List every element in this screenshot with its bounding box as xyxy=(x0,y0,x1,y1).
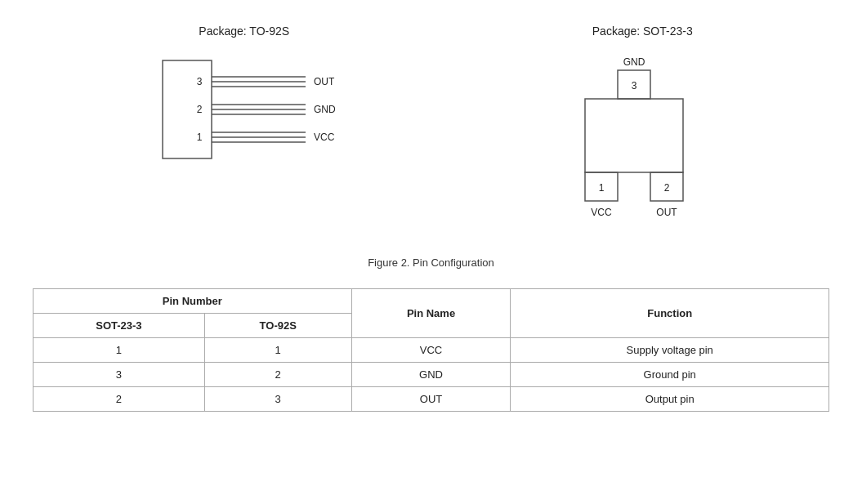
table-row: 11VCCSupply voltage pin xyxy=(33,338,829,363)
cell-to92s: 1 xyxy=(204,338,351,363)
cell-to92s: 2 xyxy=(204,363,351,387)
to92s-diagram: 3 2 1 OUT GND VCC xyxy=(114,52,375,167)
svg-text:OUT: OUT xyxy=(314,76,335,87)
svg-rect-0 xyxy=(163,60,212,158)
cell-pin-name: GND xyxy=(351,363,511,387)
svg-text:2: 2 xyxy=(664,182,670,194)
svg-text:GND: GND xyxy=(314,104,336,115)
cell-function: Supply voltage pin xyxy=(511,338,829,363)
svg-text:1: 1 xyxy=(196,132,202,143)
sot23-label: Package: SOT-23-3 xyxy=(592,25,693,38)
to92s-header: TO-92S xyxy=(204,314,351,338)
function-header: Function xyxy=(511,289,829,338)
svg-text:3: 3 xyxy=(632,80,637,91)
table-body: 11VCCSupply voltage pin32GNDGround pin23… xyxy=(33,338,829,412)
svg-text:GND: GND xyxy=(623,56,645,68)
to92s-svg: 3 2 1 OUT GND VCC xyxy=(114,52,375,167)
sot23-diagram: GND 3 1 2 VCC OUT xyxy=(536,52,748,232)
sot23-svg: GND 3 1 2 VCC OUT xyxy=(536,52,748,232)
table-row: 23OUTOutput pin xyxy=(33,387,829,412)
svg-text:1: 1 xyxy=(599,182,605,194)
to92s-label: Package: TO-92S xyxy=(199,25,289,38)
svg-rect-19 xyxy=(585,99,683,172)
sot23-header: SOT-23-3 xyxy=(33,314,205,338)
cell-sot23: 3 xyxy=(33,363,205,387)
table-row: 32GNDGround pin xyxy=(33,363,829,387)
pin-number-header: Pin Number xyxy=(33,289,352,314)
svg-text:VCC: VCC xyxy=(592,207,613,218)
cell-sot23: 1 xyxy=(33,338,205,363)
svg-text:OUT: OUT xyxy=(657,207,678,218)
svg-text:2: 2 xyxy=(196,104,202,115)
figure-caption: Figure 2. Pin Configuration xyxy=(33,256,829,269)
cell-sot23: 2 xyxy=(33,387,205,412)
pin-name-header: Pin Name xyxy=(351,289,511,338)
cell-pin-name: OUT xyxy=(351,387,511,412)
cell-pin-name: VCC xyxy=(351,338,511,363)
diagrams-area: Package: TO-92S 3 2 1 xyxy=(33,25,829,232)
to92s-container: Package: TO-92S 3 2 1 xyxy=(114,25,375,167)
cell-to92s: 3 xyxy=(204,387,351,412)
pin-table: Pin Number Pin Name Function SOT-23-3 TO… xyxy=(33,288,829,412)
cell-function: Output pin xyxy=(511,387,829,412)
sot23-container: Package: SOT-23-3 GND 3 1 2 VCC OUT xyxy=(536,25,748,232)
table-header-row-1: Pin Number Pin Name Function xyxy=(33,289,829,314)
cell-function: Ground pin xyxy=(511,363,829,387)
svg-text:VCC: VCC xyxy=(314,132,335,143)
svg-text:3: 3 xyxy=(196,76,202,87)
